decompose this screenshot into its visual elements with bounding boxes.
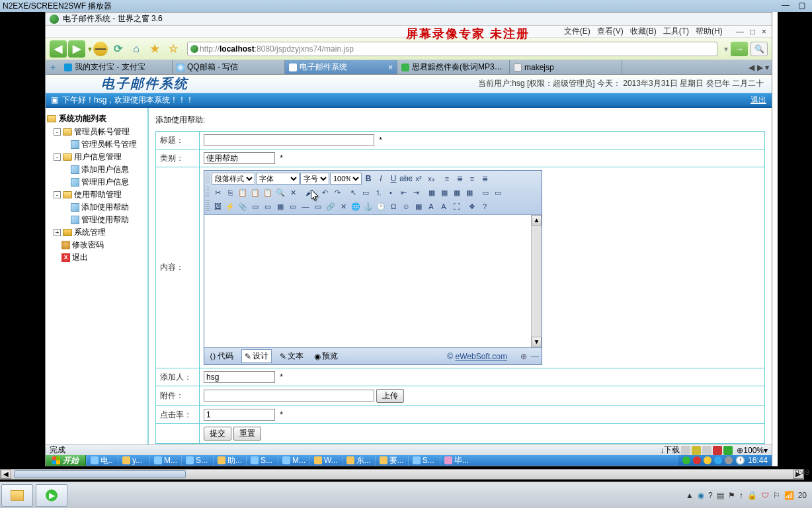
- nav-go-button[interactable]: →: [731, 42, 748, 56]
- tree-toggle-icon[interactable]: -: [54, 191, 61, 198]
- nav-refresh-button[interactable]: ⟳: [109, 40, 126, 58]
- unlink-button[interactable]: ✕: [337, 200, 349, 212]
- tree-leaf[interactable]: 管理员帐号管理: [47, 138, 146, 151]
- editor-zoomout-button[interactable]: —: [531, 352, 539, 361]
- form2-button[interactable]: ▭: [492, 187, 504, 198]
- form-button[interactable]: ▭: [479, 187, 491, 198]
- browser-tab[interactable]: 我的支付宝 - 支付宝: [60, 60, 173, 74]
- reset-button[interactable]: 重置: [233, 427, 261, 441]
- nav-favorite-button[interactable]: ★: [146, 40, 163, 58]
- iframe-button[interactable]: ▭: [287, 200, 299, 212]
- nav-dropdown-icon[interactable]: ▾: [87, 44, 93, 54]
- align-center-button[interactable]: ≣: [454, 173, 466, 185]
- nav-back-button[interactable]: ◀: [50, 40, 67, 58]
- date-button[interactable]: 🕐: [375, 200, 387, 212]
- bold-button[interactable]: B: [362, 173, 374, 185]
- editor-scrollbar[interactable]: ▲ ▼: [531, 215, 542, 347]
- tree-leaf[interactable]: 添加使用帮助: [47, 201, 146, 214]
- host-tray-icon[interactable]: 🛡: [761, 491, 769, 500]
- status-zoom-text[interactable]: 100%: [743, 446, 764, 455]
- start-button[interactable]: 开始: [46, 455, 86, 466]
- bullet-list-button[interactable]: •: [385, 187, 397, 198]
- fieldset-button[interactable]: ▦: [274, 200, 286, 212]
- browser-tab[interactable]: QQ邮箱 - 写信: [173, 60, 285, 74]
- tree-leaf[interactable]: 管理使用帮助: [47, 214, 146, 226]
- taskbar-item[interactable]: 要...: [375, 455, 408, 466]
- anchor-button[interactable]: ⚓: [362, 200, 374, 212]
- delete-button[interactable]: ✕: [287, 187, 299, 198]
- scroll-up-icon[interactable]: ▲: [532, 215, 542, 226]
- numbered-list-button[interactable]: ⒈: [372, 187, 384, 198]
- table-col-button[interactable]: ▦: [464, 187, 475, 198]
- menu-file[interactable]: 文件(E): [564, 26, 590, 37]
- indent-button[interactable]: ⇥: [410, 187, 422, 198]
- map-button[interactable]: 🌐: [350, 200, 362, 212]
- host-tray-icon[interactable]: ◉: [698, 491, 704, 500]
- scroll-thumb[interactable]: [14, 470, 186, 478]
- tree-leaf[interactable]: 管理用户信息: [47, 176, 146, 189]
- mode-design[interactable]: ✎设计: [241, 349, 272, 363]
- mode-preview[interactable]: ◉预览: [311, 350, 341, 362]
- superscript-button[interactable]: x²: [413, 173, 425, 185]
- host-task-explorer[interactable]: [1, 484, 33, 507]
- subscript-button[interactable]: x₂: [425, 173, 437, 185]
- input-adder[interactable]: [204, 371, 275, 383]
- url-dropdown-icon[interactable]: ▾: [721, 44, 731, 54]
- host-task-player[interactable]: ▶: [36, 484, 67, 507]
- nav-search-button[interactable]: 🔍: [751, 42, 768, 56]
- tree-root[interactable]: 系统功能列表: [47, 112, 146, 126]
- menu-minimize-button[interactable]: —: [736, 27, 744, 36]
- system-tray[interactable]: 🕐 16:44: [678, 455, 772, 466]
- underline-button[interactable]: U: [387, 173, 399, 185]
- menu-maximize-button[interactable]: □: [751, 27, 755, 36]
- taskbar-item[interactable]: S...: [246, 455, 278, 466]
- media-button[interactable]: ▭: [249, 200, 261, 212]
- host-tray-icon[interactable]: ⚐: [773, 491, 780, 500]
- symbol-button[interactable]: Ω: [387, 200, 399, 212]
- undo-button[interactable]: ↶: [319, 187, 331, 198]
- host-tray-signal-icon[interactable]: 📶: [784, 491, 794, 500]
- italic-button[interactable]: I: [375, 173, 387, 185]
- host-tray-icon[interactable]: ▤: [717, 491, 724, 500]
- tray-icon[interactable]: [714, 456, 722, 464]
- browser-tab[interactable]: makejsp: [510, 60, 622, 74]
- status-privacy-icon[interactable]: [702, 446, 711, 455]
- taskbar-item[interactable]: 毕...: [440, 455, 473, 466]
- paste-word-button[interactable]: 📋: [262, 187, 274, 198]
- editor-zoomin-button[interactable]: ⊕: [520, 352, 527, 361]
- paste-button[interactable]: 📋: [237, 187, 249, 198]
- select-all-button[interactable]: ▭: [360, 187, 372, 198]
- find-button[interactable]: 🔍: [274, 187, 286, 198]
- forecolor-button[interactable]: A: [438, 200, 450, 212]
- scroll-left-icon[interactable]: ◀: [1, 470, 11, 479]
- submit-button[interactable]: 提交: [204, 427, 231, 441]
- tree-leaf[interactable]: 添加用户信息: [47, 163, 146, 176]
- upload-button[interactable]: 上传: [376, 389, 404, 403]
- status-block-icon[interactable]: [713, 446, 722, 455]
- menu-close-button[interactable]: ×: [762, 27, 766, 36]
- outer-restore-button[interactable]: ▢: [793, 1, 809, 11]
- attachment-button[interactable]: 📎: [237, 200, 249, 212]
- status-download-text[interactable]: 下载: [664, 444, 680, 456]
- strike-button[interactable]: abc: [400, 173, 412, 185]
- menu-favorites[interactable]: 收藏(B): [630, 26, 657, 37]
- menu-view[interactable]: 查看(V): [597, 26, 624, 37]
- tray-icon[interactable]: [693, 456, 701, 464]
- taskbar-item[interactable]: 电..: [86, 455, 118, 466]
- layer-button[interactable]: ▭: [262, 200, 274, 212]
- tree-node[interactable]: +系统管理: [47, 226, 146, 239]
- paste-text-button[interactable]: 📋: [249, 187, 261, 198]
- align-right-button[interactable]: ≡: [466, 173, 478, 185]
- nav-forward-button[interactable]: ▶: [68, 40, 85, 58]
- taskbar-item[interactable]: M...: [149, 455, 181, 466]
- host-tray-icon[interactable]: ?: [708, 491, 713, 500]
- align-justify-button[interactable]: ≣: [479, 173, 491, 185]
- flash-button[interactable]: ⚡: [224, 200, 236, 212]
- tree-fixed-item[interactable]: X退出: [47, 251, 146, 264]
- excel-button[interactable]: ▦: [413, 200, 425, 212]
- fullscreen-button[interactable]: ⛶: [450, 200, 462, 212]
- select-arrow-button[interactable]: ↖: [347, 187, 359, 198]
- table-insert-button[interactable]: ▦: [426, 187, 438, 198]
- marquee-button[interactable]: ▭: [312, 200, 324, 212]
- input-attachment[interactable]: [204, 390, 374, 402]
